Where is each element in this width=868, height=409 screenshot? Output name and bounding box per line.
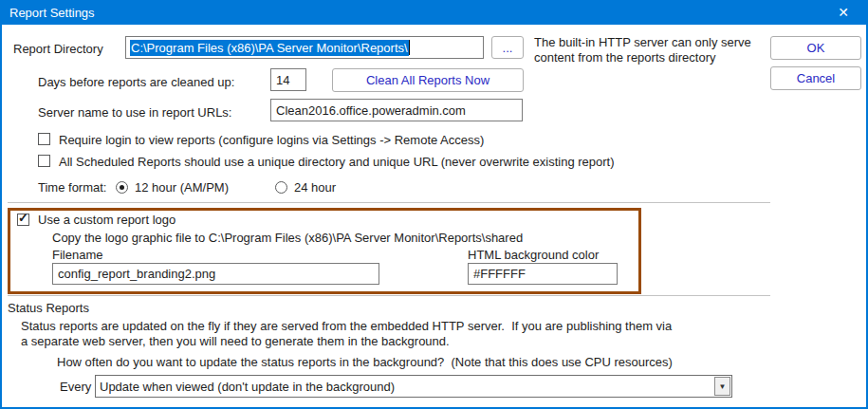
update-frequency-dropdown[interactable]: Update when viewed (don't update in the … xyxy=(95,375,732,398)
time-format-24h-radio[interactable] xyxy=(275,181,287,194)
filename-label: Filename xyxy=(52,248,102,262)
unique-directory-checkbox[interactable] xyxy=(38,155,50,167)
http-note-line1: The built-in HTTP server can only serve xyxy=(534,35,751,50)
separator-bottom xyxy=(8,295,770,296)
ok-button[interactable]: OK xyxy=(770,36,861,60)
separator-top xyxy=(8,202,770,203)
require-login-label[interactable]: Require login to view reports (configure… xyxy=(59,133,484,147)
require-login-checkbox[interactable] xyxy=(38,133,50,145)
close-icon[interactable]: ✕ xyxy=(828,0,859,25)
filename-input[interactable] xyxy=(52,263,379,285)
chevron-down-icon[interactable]: ▼ xyxy=(714,377,730,396)
time-format-12h-label[interactable]: 12 hour (AM/PM) xyxy=(135,180,229,195)
unique-directory-label[interactable]: All Scheduled Reports should use a uniqu… xyxy=(59,155,615,169)
every-label: Every xyxy=(60,380,91,394)
status-reports-body-line1: Status reports are updated on the fly if… xyxy=(21,319,672,334)
html-bg-color-input[interactable] xyxy=(468,263,618,285)
time-format-label: Time format: xyxy=(38,180,106,195)
report-directory-label: Report Directory xyxy=(13,42,103,56)
cleanup-days-input[interactable] xyxy=(270,68,306,91)
custom-logo-label[interactable]: Use a custom report logo xyxy=(38,213,175,227)
report-directory-value: C:\Program Files (x86)\PA Server Monitor… xyxy=(130,40,409,56)
server-name-input[interactable] xyxy=(270,99,523,121)
report-settings-dialog: Report Settings ✕ Report Directory C:\Pr… xyxy=(0,0,868,409)
clean-all-reports-button[interactable]: Clean All Reports Now xyxy=(332,68,524,92)
window-title: Report Settings xyxy=(9,6,95,20)
custom-logo-checkbox[interactable]: ✓ xyxy=(17,214,29,226)
http-note-line2: content from the reports directory xyxy=(534,50,715,65)
update-frequency-value: Update when viewed (don't update in the … xyxy=(100,380,395,394)
check-icon: ✓ xyxy=(18,212,28,224)
cleanup-days-label: Days before reports are cleaned up: xyxy=(38,75,234,89)
copy-logo-note: Copy the logo graphic file to C:\Program… xyxy=(52,231,523,245)
status-reports-heading: Status Reports xyxy=(8,301,89,315)
report-directory-field[interactable]: C:\Program Files (x86)\PA Server Monitor… xyxy=(125,36,484,59)
server-name-label: Server name to use in report URLs: xyxy=(38,105,231,120)
browse-button[interactable]: ... xyxy=(491,36,524,59)
text-caret xyxy=(409,40,410,55)
status-reports-body-line2: a separate web server, then you will nee… xyxy=(21,334,450,349)
time-format-24h-label[interactable]: 24 hour xyxy=(294,180,336,195)
html-bg-color-label: HTML background color xyxy=(468,248,599,262)
cancel-button[interactable]: Cancel xyxy=(770,66,861,90)
update-frequency-question: How often do you want to update the stat… xyxy=(57,355,673,369)
title-bar[interactable]: Report Settings xyxy=(0,0,868,25)
time-format-12h-radio[interactable] xyxy=(116,181,128,194)
